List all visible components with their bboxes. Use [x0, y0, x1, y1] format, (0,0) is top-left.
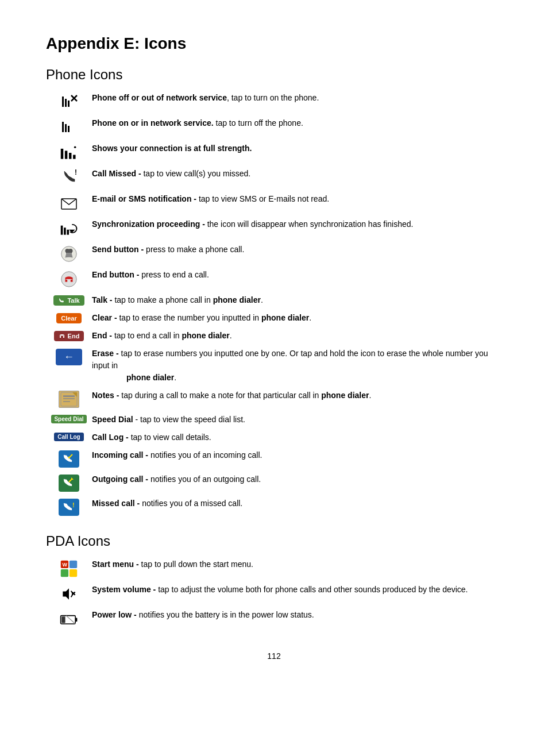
end-button-2[interactable]: End [54, 331, 84, 341]
list-item: W Start menu - tap to pull down the star… [46, 558, 502, 578]
speed-dial-desc: Speed Dial - tap to view the speed dial … [92, 414, 502, 426]
list-item: Speed Dial Speed Dial - tap to view the … [46, 414, 502, 426]
incoming-call-desc: Incoming call - notifies you of an incom… [92, 449, 502, 461]
incoming-call-box [59, 450, 79, 468]
outgoing-call-icon [46, 473, 92, 492]
list-item: Notes - tap during a call to make a note… [46, 389, 502, 408]
list-item: Phone on or in network service. tap to t… [46, 117, 502, 137]
end-desc: End - tap to end a call in phone dialer. [92, 330, 502, 342]
talk-desc: Talk - tap to make a phone call in phone… [92, 294, 502, 306]
sync-desc: Synchronization proceeding - the icon wi… [92, 218, 502, 230]
svg-text:!: ! [75, 169, 77, 176]
list-item: System volume - tap to adjust the volume… [46, 584, 502, 603]
list-item: ! Call Missed - tap to view call(s) you … [46, 168, 502, 187]
list-item: E-mail or SMS notification - tap to view… [46, 193, 502, 213]
sync-icon [46, 218, 92, 238]
svg-text:W: W [62, 562, 67, 568]
list-item: Phone off or out of network service, tap… [46, 92, 502, 111]
pda-section: PDA Icons W Start menu - tap to pull dow… [46, 533, 502, 628]
clear-btn-icon: Clear [46, 312, 92, 323]
erase-desc: Erase - tap to erase numbers you inputte… [92, 348, 502, 384]
phone-off-desc: Phone off or out of network service, tap… [92, 92, 502, 104]
end-btn2-icon: End [46, 330, 92, 341]
list-item: ! Missed call - notifies you of a missed… [46, 497, 502, 516]
list-item: Synchronization proceeding - the icon wi… [46, 218, 502, 238]
incoming-call-icon [46, 449, 92, 468]
start-menu-desc: Start menu - tap to pull down the start … [92, 558, 502, 570]
svg-rect-1 [65, 99, 67, 107]
phone-on-icon [46, 117, 92, 137]
svg-marker-41 [63, 588, 69, 600]
list-item: Talk Talk - tap to make a phone call in … [46, 294, 502, 306]
svg-rect-11 [73, 155, 75, 159]
missed-call-box: ! [59, 499, 79, 516]
list-item: End End - tap to end a call in phone dia… [46, 330, 502, 342]
full-strength-icon [46, 142, 92, 162]
outgoing-call-box [59, 475, 79, 492]
svg-rect-7 [68, 126, 70, 132]
pda-icons-list: W Start menu - tap to pull down the star… [46, 558, 502, 628]
svg-point-12 [74, 146, 76, 148]
svg-rect-10 [69, 153, 71, 159]
end-button-desc: End button - press to end a call. [92, 269, 502, 281]
end-button-icon [46, 269, 92, 288]
list-item: ← Erase - tap to erase numbers you input… [46, 348, 502, 384]
call-log-button[interactable]: Call Log [54, 433, 83, 441]
svg-rect-8 [61, 149, 63, 159]
svg-rect-21 [60, 336, 61, 338]
start-menu-icon: W [46, 558, 92, 578]
svg-rect-2 [68, 101, 70, 107]
clear-button[interactable]: Clear [56, 313, 82, 323]
erase-button[interactable]: ← [56, 349, 82, 365]
system-volume-icon [46, 584, 92, 603]
list-item: Shows your connection is at full strengt… [46, 142, 502, 162]
svg-rect-37 [70, 561, 77, 568]
svg-rect-45 [75, 618, 77, 622]
svg-rect-0 [62, 97, 64, 107]
svg-rect-38 [61, 569, 68, 577]
send-button-icon [46, 244, 92, 263]
notes-icon [46, 389, 92, 408]
full-strength-desc: Shows your connection is at full strengt… [92, 142, 502, 155]
svg-rect-17 [67, 230, 69, 235]
call-log-desc: Call Log - tap to view call details. [92, 431, 502, 443]
call-missed-icon: ! [46, 168, 92, 187]
list-item: Call Log Call Log - tap to view call det… [46, 431, 502, 443]
svg-rect-16 [64, 227, 66, 234]
email-desc: E-mail or SMS notification - tap to view… [92, 193, 502, 205]
erase-btn-icon: ← [46, 348, 92, 365]
power-low-desc: Power low - notifies you the battery is … [92, 609, 502, 621]
speed-dial-icon: Speed Dial [46, 414, 92, 423]
page-title: Appendix E: Icons [46, 34, 502, 53]
svg-rect-46 [61, 616, 65, 623]
system-volume-desc: System volume - tap to adjust the volume… [92, 584, 502, 596]
call-log-icon: Call Log [46, 431, 92, 441]
page-number: 112 [46, 651, 502, 661]
list-item: Power low - notifies you the battery is … [46, 609, 502, 628]
outgoing-call-desc: Outgoing call - notifies you of an outgo… [92, 473, 502, 485]
svg-rect-39 [70, 569, 77, 577]
notes-desc: Notes - tap during a call to make a note… [92, 389, 502, 402]
list-item: Send button - press to make a phone call… [46, 244, 502, 263]
phone-icons-title: Phone Icons [46, 67, 502, 83]
phone-on-desc: Phone on or in network service. tap to t… [92, 117, 502, 129]
list-item: Outgoing call - notifies you of an outgo… [46, 473, 502, 492]
send-button-desc: Send button - press to make a phone call… [92, 244, 502, 256]
pda-icons-title: PDA Icons [46, 533, 502, 549]
email-icon [46, 193, 92, 213]
list-item: Clear Clear - tap to erase the number yo… [46, 312, 502, 324]
svg-rect-6 [65, 124, 67, 132]
phone-off-icon [46, 92, 92, 111]
svg-text:!: ! [72, 502, 75, 508]
list-item: End button - press to end a call. [46, 269, 502, 288]
missed-call-2-desc: Missed call - notifies you of a missed c… [92, 497, 502, 510]
svg-rect-22 [63, 336, 64, 338]
talk-button[interactable]: Talk [53, 295, 84, 306]
talk-btn-icon: Talk [46, 294, 92, 306]
list-item: Incoming call - notifies you of an incom… [46, 449, 502, 468]
speed-dial-button[interactable]: Speed Dial [51, 415, 86, 423]
clear-desc: Clear - tap to erase the number you inpu… [92, 312, 502, 324]
call-missed-desc: Call Missed - tap to view call(s) you mi… [92, 168, 502, 180]
phone-icons-list: Phone off or out of network service, tap… [46, 92, 502, 516]
power-low-icon [46, 609, 92, 628]
